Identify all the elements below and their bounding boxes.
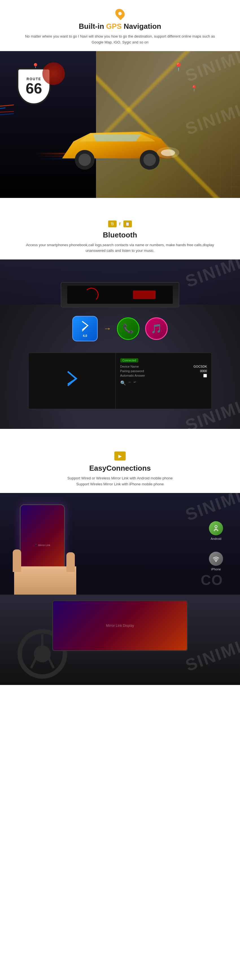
bt-symbol-1: Ɓ — [111, 222, 114, 226]
hand-phone-area: 📱 Mirror Link — [6, 499, 91, 600]
svg-point-5 — [78, 154, 91, 166]
bt-device-row: Device Name GOCSDK — [120, 365, 207, 368]
gps-section: Built-in GPS Navigation No matter where … — [0, 0, 240, 45]
light-streak-blue-1 — [0, 107, 6, 114]
route-number: 66 — [26, 81, 42, 96]
music-icon: 🎵 — [151, 323, 162, 334]
svg-point-14 — [217, 530, 218, 531]
gps-description: No matter where you want to go I Navi wi… — [22, 33, 218, 45]
bt-connected-panel: 20:24 ZTE V840 📶 🔋 Connected Device Name… — [28, 353, 212, 409]
svg-point-17 — [34, 646, 51, 662]
ec-desc-line2: Support Wireles Mirror Link with iPhone … — [76, 482, 164, 486]
hu-arc-graphic — [84, 288, 99, 302]
android-icon-circle — [209, 521, 223, 535]
bt-logo-svg — [79, 320, 91, 334]
big-screen-content: Mirror Link Display — [53, 601, 187, 650]
map-location-pin-2: 📍 — [191, 85, 198, 92]
iphone-icon-circle — [209, 552, 223, 566]
gps-pin-icon — [113, 7, 127, 20]
connection-icons: Android iPhone — [209, 521, 223, 571]
bluetooth-title: Bluetooth — [22, 231, 218, 239]
ec-description: Support Wired or Wireless Mirror Link wi… — [22, 476, 218, 487]
bt-phone-circle: 📞 — [117, 317, 140, 340]
svg-rect-3 — [34, 159, 107, 160]
bluetooth-section: Ɓ r 📋 Bluetooth Access your smartphones … — [0, 209, 240, 254]
ec-watermark-top: SINIMI — [183, 493, 240, 525]
big-screen-label: Mirror Link Display — [106, 624, 134, 628]
bt-big-symbol — [62, 368, 82, 395]
bt-search-row: 🔍 ─ ↩ — [120, 380, 207, 386]
finger-2 — [66, 552, 75, 572]
bt-pairing-label: Pairing password — [120, 369, 144, 373]
bt-auto-checkbox[interactable] — [203, 374, 207, 377]
phone-icon: 📞 — [122, 323, 134, 334]
android-connection: Android — [209, 521, 223, 540]
gps-image-area: SINIMI SINIMI 📍 ROUTE 66 — [0, 51, 240, 198]
bt-logo-box: 4.0 — [72, 316, 98, 341]
red-circle-decoration — [42, 62, 65, 85]
phone-content-label: 📱 Mirror Link — [32, 541, 52, 549]
bt-device-label: Device Name — [120, 365, 139, 368]
light-streak-blue-2 — [0, 113, 14, 120]
bt-music-circle: 🎵 — [145, 317, 168, 340]
car-svg — [34, 113, 198, 175]
iphone-label: iPhone — [211, 568, 221, 571]
search-icon[interactable]: 🔍 — [120, 380, 126, 386]
iphone-connection: iPhone — [209, 552, 223, 571]
bt-pairing-row: Pairing password 0000 — [120, 369, 207, 373]
easy-connections-image-area: SINIMI SINIMI CO 📱 Mirror Link — [0, 493, 240, 685]
ec-icon-box: ▶ — [114, 452, 126, 460]
bt-feature-row: 4.0 → 📞 🎵 — [72, 316, 168, 341]
bluetooth-description: Access your smartphones phonebook,call l… — [22, 242, 218, 254]
bt-symbol-2: 📋 — [125, 222, 130, 226]
usb-icon-svg — [212, 524, 220, 532]
bt-status-badge: Connected — [120, 358, 138, 363]
bt-panel-left: 20:24 ZTE V840 📶 🔋 — [29, 353, 116, 409]
svg-point-7 — [143, 154, 156, 166]
bt-search-spacer: ─ — [129, 380, 131, 386]
svg-point-15 — [215, 561, 216, 562]
head-unit-display — [61, 282, 179, 307]
bt-arrow-right: → — [103, 324, 111, 333]
bt-version-text: 4.0 — [83, 334, 87, 337]
ec-title: EasyConnections — [22, 464, 218, 473]
easy-connections-section: ▶ EasyConnections Support Wired or Wirel… — [0, 440, 240, 487]
hu-screen — [67, 286, 173, 304]
bt-auto-label: Automatic Answer — [120, 374, 145, 377]
spacer-1 — [0, 198, 240, 209]
bt-panel-right: Connected Device Name GOCSDK Pairing pas… — [116, 353, 212, 409]
bt-icon-1: Ɓ — [108, 221, 117, 227]
gps-highlight: GPS — [106, 22, 122, 30]
head-unit-big-screen: Mirror Link Display — [52, 600, 188, 651]
hu-bar-graphic — [133, 291, 156, 299]
android-label: Android — [211, 537, 221, 540]
svg-point-13 — [214, 530, 215, 531]
car-area — [34, 102, 240, 175]
map-location-pin: 📍 — [174, 62, 184, 72]
bluetooth-image-area: SINIMI SINIMI 4.0 → 📞 🎵 — [0, 259, 240, 429]
bt-action-icon[interactable]: ↩ — [134, 380, 136, 386]
spacer-2 — [0, 429, 240, 440]
bt-divider: r — [119, 221, 121, 227]
co-watermark-text: CO — [201, 572, 223, 589]
ec-desc-line1: Support Wired or Wireless Mirror Link wi… — [67, 476, 173, 480]
svg-point-10 — [215, 525, 217, 528]
bt-large-svg — [62, 368, 82, 390]
bt-device-value: GOCSDK — [194, 365, 207, 368]
bt-auto-row: Automatic Answer — [120, 374, 207, 377]
bt-icon-row: Ɓ r 📋 — [22, 221, 218, 227]
gps-title: Built-in GPS Navigation — [22, 22, 218, 31]
play-icon: ▶ — [118, 453, 122, 459]
wifi-icon-svg — [212, 555, 220, 563]
car-dashboard-area: Mirror Link Display — [0, 595, 240, 685]
svg-point-9 — [157, 147, 179, 158]
finger-1 — [13, 549, 21, 572]
bt-icon-2: 📋 — [123, 221, 132, 227]
bt-pairing-value: 0000 — [200, 369, 207, 373]
